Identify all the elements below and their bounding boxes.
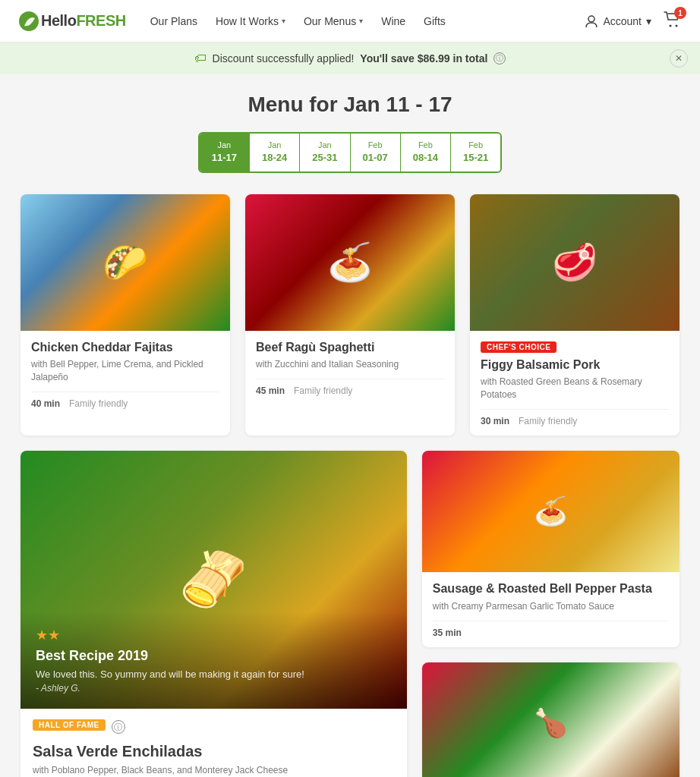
meal-tag-fajitas: Family friendly <box>69 398 128 409</box>
meal-image-pork: 🥩 <box>470 194 680 331</box>
meal-meta-spaghetti: 45 min Family friendly <box>256 379 444 396</box>
meal-desc-spaghetti: with Zucchini and Italian Seasoning <box>256 358 444 371</box>
account-button[interactable]: Account ▾ <box>585 14 651 28</box>
date-tab-3[interactable]: Feb 01-07 <box>351 134 401 171</box>
discount-applied-text: Discount successfully applied! <box>213 52 355 64</box>
featured-recipe-year: Best Recipe 2019 <box>36 648 392 664</box>
discount-close-button[interactable]: ✕ <box>670 49 688 68</box>
nav-links: Our Plans How It Works ▾ Our Menus ▾ Win… <box>150 15 585 27</box>
account-chevron-icon: ▾ <box>646 15 651 27</box>
date-tab-5[interactable]: Feb 15-21 <box>451 134 500 171</box>
discount-tag-icon: 🏷 <box>194 52 207 65</box>
meal-card-spaghetti[interactable]: 🍝 Beef Ragù Spaghetti with Zucchini and … <box>245 194 455 436</box>
menu-right-column: 🍝 Sausage & Roasted Bell Pepper Pasta wi… <box>422 451 680 777</box>
nav-right: Account ▾ 1 <box>585 11 682 30</box>
svg-point-1 <box>588 16 594 22</box>
svg-point-3 <box>676 25 678 27</box>
featured-quote: We loved this. So yummy and will be maki… <box>36 668 392 680</box>
meal-desc-fajitas: with Bell Pepper, Lime Crema, and Pickle… <box>31 358 219 384</box>
discount-banner: 🏷 Discount successfully applied! You'll … <box>0 42 700 74</box>
hall-of-fame-info-icon[interactable]: ⓘ <box>112 720 125 734</box>
meal-image-fajitas: 🌮 <box>20 194 230 331</box>
meal-card-pasta[interactable]: 🍝 Sausage & Roasted Bell Pepper Pasta wi… <box>422 451 680 647</box>
meal-card-fajitas[interactable]: 🌮 Chicken Cheddar Fajitas with Bell Pepp… <box>20 194 230 436</box>
menu-row-mid: 🫔 ★★ Best Recipe 2019 We loved this. So … <box>20 451 680 777</box>
meal-desc-pork: with Roasted Green Beans & Rosemary Pota… <box>481 376 669 401</box>
date-tabs: Jan 11-17 Jan 18-24 Jan 25-31 Feb 01-07 … <box>20 132 680 173</box>
nav-how-it-works[interactable]: How It Works ▾ <box>216 15 285 27</box>
discount-save-text: You'll save $86.99 in total <box>360 52 487 64</box>
date-tab-0[interactable]: Jan 11-17 <box>200 134 250 171</box>
meal-time-fajitas: 40 min <box>31 398 60 409</box>
menu-title: Menu for Jan 11 - 17 <box>20 93 680 117</box>
logo-text: HelloFRESH <box>41 12 126 30</box>
our-menus-chevron-icon: ▾ <box>359 17 363 25</box>
main-content: Menu for Jan 11 - 17 Jan 11-17 Jan 18-24… <box>8 74 692 777</box>
svg-point-2 <box>670 25 672 27</box>
chefs-choice-badge: CHEF'S CHOICE <box>481 341 557 353</box>
featured-body: HALL OF FAME ⓘ Salsa Verde Enchiladas wi… <box>20 709 407 777</box>
cart-button[interactable]: 1 <box>664 11 682 30</box>
meal-card-body-spaghetti: Beef Ragù Spaghetti with Zucchini and It… <box>245 331 455 406</box>
meal-card-body-pork: CHEF'S CHOICE Figgy Balsamic Pork with R… <box>470 331 680 436</box>
meal-time-pork: 30 min <box>481 416 509 426</box>
meal-name-fajitas: Chicken Cheddar Fajitas <box>31 340 219 356</box>
featured-stars: ★★ <box>36 627 392 643</box>
meal-card-katsu[interactable]: 🍗 Chicken Katsu with Roasted Green Beans… <box>422 662 680 777</box>
featured-meal-desc: with Poblano Pepper, Black Beans, and Mo… <box>33 764 395 777</box>
meal-meta-pasta: 35 min <box>433 621 669 638</box>
meal-tag-spaghetti: Family friendly <box>294 385 352 396</box>
meal-card-enchiladas[interactable]: 🫔 ★★ Best Recipe 2019 We loved this. So … <box>20 451 407 777</box>
meal-name-pasta: Sausage & Roasted Bell Pepper Pasta <box>433 581 669 597</box>
date-tab-1[interactable]: Jan 18-24 <box>250 134 300 171</box>
nav-wine[interactable]: Wine <box>381 15 405 27</box>
meal-name-pork: Figgy Balsamic Pork <box>481 357 669 373</box>
hall-of-fame-badge: HALL OF FAME <box>33 719 106 731</box>
menu-row-top: 🌮 Chicken Cheddar Fajitas with Bell Pepp… <box>20 194 680 436</box>
meal-name-spaghetti: Beef Ragù Spaghetti <box>256 340 444 356</box>
meal-card-body-fajitas: Chicken Cheddar Fajitas with Bell Pepper… <box>20 331 230 418</box>
nav-our-menus[interactable]: Our Menus ▾ <box>304 15 363 27</box>
brand-logo[interactable]: HelloFRESH <box>18 11 126 32</box>
navbar: HelloFRESH Our Plans How It Works ▾ Our … <box>0 0 700 42</box>
discount-info-icon[interactable]: ⓘ <box>493 52 506 64</box>
date-tab-2[interactable]: Jan 25-31 <box>300 134 350 171</box>
meal-image-pasta: 🍝 <box>422 451 680 572</box>
how-it-works-chevron-icon: ▾ <box>282 17 285 25</box>
nav-our-plans[interactable]: Our Plans <box>150 15 197 27</box>
meal-card-body-pasta: Sausage & Roasted Bell Pepper Pasta with… <box>422 572 680 647</box>
meal-image-spaghetti: 🍝 <box>245 194 455 331</box>
logo-leaf-icon <box>18 11 39 32</box>
meal-time-spaghetti: 45 min <box>256 385 285 396</box>
featured-meal-name: Salsa Verde Enchiladas <box>33 741 395 761</box>
cart-count-badge: 1 <box>674 7 686 19</box>
featured-author: - Ashley G. <box>36 683 392 694</box>
meal-tag-pork: Family friendly <box>519 416 577 426</box>
featured-image-wrap: 🫔 ★★ Best Recipe 2019 We loved this. So … <box>20 451 407 709</box>
featured-overlay: ★★ Best Recipe 2019 We loved this. So yu… <box>20 612 407 709</box>
meal-desc-pasta: with Creamy Parmesan Garlic Tomato Sauce <box>433 600 669 613</box>
account-icon <box>585 14 598 28</box>
date-tabs-inner: Jan 11-17 Jan 18-24 Jan 25-31 Feb 01-07 … <box>198 132 503 173</box>
meal-image-katsu: 🍗 <box>422 662 680 777</box>
featured-badges: HALL OF FAME ⓘ <box>33 719 395 735</box>
nav-gifts[interactable]: Gifts <box>424 15 446 27</box>
meal-meta-pork: 30 min Family friendly <box>481 409 669 426</box>
meal-card-pork[interactable]: 🥩 CHEF'S CHOICE Figgy Balsamic Pork with… <box>470 194 680 436</box>
meal-time-pasta: 35 min <box>433 628 462 638</box>
meal-meta-fajitas: 40 min Family friendly <box>31 392 219 409</box>
date-tab-4[interactable]: Feb 08-14 <box>401 134 451 171</box>
